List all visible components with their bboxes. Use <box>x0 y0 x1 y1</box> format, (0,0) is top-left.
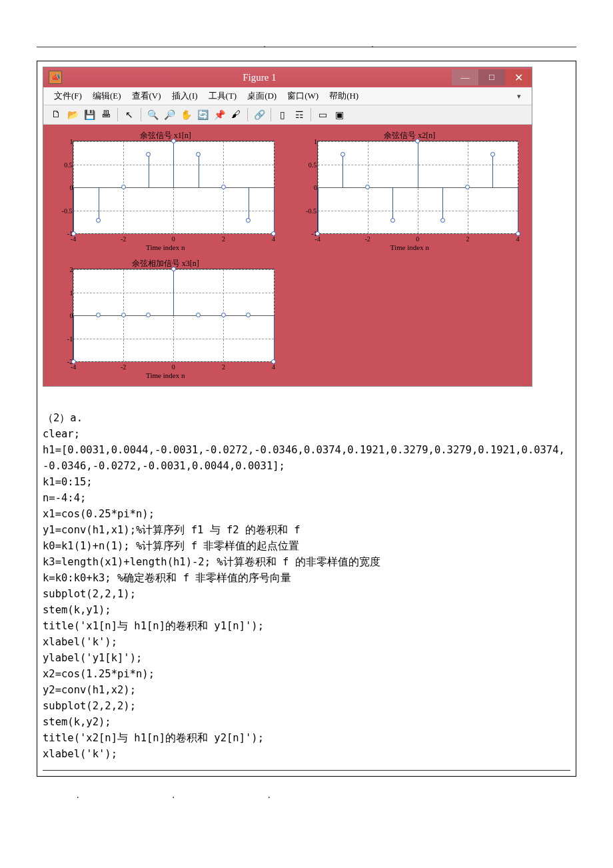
subplot-empty <box>297 259 523 379</box>
matlab-icon: 📣 <box>49 71 62 84</box>
menu-edit[interactable]: 编辑(E) <box>89 89 125 103</box>
window-title: Figure 1 <box>67 72 452 83</box>
datatip-icon[interactable]: 📌 <box>212 107 227 122</box>
plot-xlabel: Time index n <box>53 371 279 379</box>
menu-window[interactable]: 窗口(W) <box>283 89 322 103</box>
toolbar-separator <box>310 108 311 121</box>
code-line: xlabel('k'); <box>43 636 117 648</box>
toolbar-separator <box>271 108 271 121</box>
menu-desktop[interactable]: 桌面(D) <box>243 89 281 103</box>
zoom-in-icon[interactable]: 🔍 <box>145 107 160 122</box>
code-line: xlabel('k'); <box>43 748 117 760</box>
window-buttons: — □ ✕ <box>452 69 532 85</box>
menu-insert[interactable]: 插入(I) <box>168 89 202 103</box>
legend-icon[interactable]: ☶ <box>292 107 306 122</box>
code-line: x2=cos(1.25*pi*n); <box>43 668 155 680</box>
code-line: stem(k,y2); <box>43 716 111 728</box>
code-line: k=k0:k0+k3; %确定卷积和 f 非零样值的序号向量 <box>43 572 291 584</box>
code-line: ylabel('y1[k]'); <box>43 652 142 664</box>
toolbar-separator <box>247 108 248 121</box>
code-line: k3=length(x1)+length(h1)-2; %计算卷积和 f 的非零… <box>43 556 380 568</box>
code-line: title('x2[n]与 h1[n]的卷积和 y2[n]'); <box>43 732 264 744</box>
code-line: x1=cos(0.25*pi*n); <box>43 508 155 520</box>
link-icon[interactable]: 🔗 <box>252 107 267 122</box>
plot-title: 余弦相加信号 x3[n] <box>53 258 279 269</box>
code-line: （2）a. <box>43 412 83 424</box>
subplot-2: 余弦信号 x2[n] -1-0.500.51-4-2024 Time index… <box>297 131 523 251</box>
menu-bar: 文件(F) 编辑(E) 查看(V) 插入(I) 工具(T) 桌面(D) 窗口(W… <box>43 87 532 105</box>
colorbar-icon[interactable]: ▯ <box>275 107 290 122</box>
content-frame: 📣 Figure 1 — □ ✕ 文件(F) 编辑(E) 查看(V) 插入(I)… <box>37 61 576 777</box>
pointer-icon[interactable]: ↖ <box>122 107 137 122</box>
code-line: subplot(2,2,2); <box>43 700 136 712</box>
page-header-rule <box>37 47 576 47</box>
plot-xlabel: Time index n <box>53 243 279 251</box>
plot-area: 余弦信号 x1[n] -1-0.500.51-4-2024 Time index… <box>43 125 532 386</box>
toolbar-separator <box>141 108 141 121</box>
axes-2: -1-0.500.51-4-2024 <box>317 141 519 234</box>
code-line: h1=[0.0031,0.0044,-0.0031,-0.0272,-0.034… <box>43 444 565 472</box>
window-titlebar: 📣 Figure 1 — □ ✕ <box>43 67 532 87</box>
plot-xlabel: Time index n <box>297 243 523 251</box>
code-line: title('x1[n]与 h1[n]的卷积和 y1[n]'); <box>43 620 264 632</box>
matlab-figure-window: 📣 Figure 1 — □ ✕ 文件(F) 编辑(E) 查看(V) 插入(I)… <box>43 67 532 387</box>
maximize-button[interactable]: □ <box>478 69 505 85</box>
print-icon[interactable]: 🖶 <box>99 107 113 122</box>
subplot-3: 余弦相加信号 x3[n] -2-1012-4-2024 Time index n <box>53 259 279 379</box>
subplot-1: 余弦信号 x1[n] -1-0.500.51-4-2024 Time index… <box>53 131 279 251</box>
code-line: y1=conv(h1,x1);%计算序列 f1 与 f2 的卷积和 f <box>43 524 301 536</box>
close-button[interactable]: ✕ <box>505 69 532 85</box>
plot-title: 余弦信号 x1[n] <box>53 130 279 141</box>
rotate-icon[interactable]: 🔄 <box>195 107 210 122</box>
code-line: clear; <box>43 428 80 440</box>
brush-icon[interactable]: 🖌 <box>229 107 243 122</box>
code-line: n=-4:4; <box>43 492 86 504</box>
dropdown-icon[interactable]: ▾ <box>513 91 525 102</box>
menu-tools[interactable]: 工具(T) <box>205 89 241 103</box>
code-line: y2=conv(h1,x2); <box>43 684 136 696</box>
code-line: subplot(2,2,1); <box>43 588 136 600</box>
new-icon[interactable]: 🗋 <box>49 107 63 122</box>
zoom-out-icon[interactable]: 🔎 <box>162 107 177 122</box>
code-line: k0=k1(1)+n(1); %计算序列 f 非零样值的起点位置 <box>43 540 299 552</box>
page-footer-rule <box>43 770 570 771</box>
plot-title: 余弦信号 x2[n] <box>297 130 523 141</box>
code-block: （2）a. clear; h1=[0.0031,0.0044,-0.0031,-… <box>43 410 570 762</box>
axes-1: -1-0.500.51-4-2024 <box>73 141 275 234</box>
code-line: k1=0:15; <box>43 476 93 488</box>
menu-view[interactable]: 查看(V) <box>128 89 165 103</box>
code-line: stem(k,y1); <box>43 604 111 616</box>
minimize-button[interactable]: — <box>452 69 478 85</box>
open-icon[interactable]: 📂 <box>65 107 80 122</box>
subplot2-icon[interactable]: ▣ <box>332 107 346 122</box>
menu-help[interactable]: 帮助(H) <box>325 89 362 103</box>
subplot1-icon[interactable]: ▭ <box>315 107 330 122</box>
save-icon[interactable]: 💾 <box>82 107 97 122</box>
menu-file[interactable]: 文件(F) <box>50 89 86 103</box>
footer-dots: ... <box>77 790 576 801</box>
toolbar-separator <box>117 108 118 121</box>
toolbar: 🗋 📂 💾 🖶 ↖ 🔍 🔎 ✋ 🔄 📌 🖌 🔗 ▯ ☶ ▭ ▣ <box>43 105 532 125</box>
axes-3: -2-1012-4-2024 <box>73 269 275 362</box>
pan-icon[interactable]: ✋ <box>179 107 193 122</box>
